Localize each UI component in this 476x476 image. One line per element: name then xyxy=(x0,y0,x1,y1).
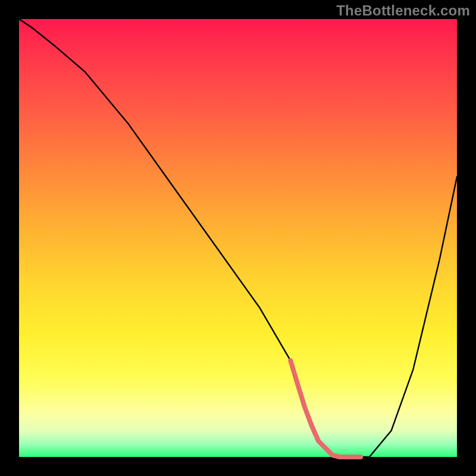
watermark: TheBottleneck.com xyxy=(336,2,470,19)
chart-svg xyxy=(19,19,457,457)
chart-frame: TheBottleneck.com xyxy=(0,0,476,476)
curve-line xyxy=(19,19,457,457)
chart-plot-area xyxy=(19,19,457,457)
trough-highlight xyxy=(290,361,361,457)
